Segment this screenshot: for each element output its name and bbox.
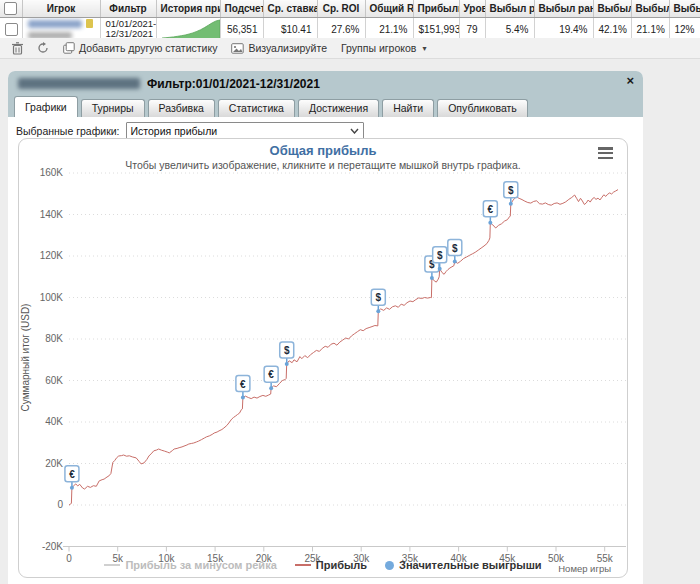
player-stats-table: Игрок Фильтр История прибы Подсчет Ср. с…	[0, 0, 700, 41]
select-all-cell	[0, 0, 22, 18]
delete-button[interactable]	[12, 42, 23, 55]
significant-win-markers: €€€$$$$$€$	[65, 182, 518, 490]
svg-text:140K: 140K	[40, 209, 64, 220]
app-window: Игрок Фильтр История прибы Подсчет Ср. с…	[0, 0, 700, 584]
refresh-button[interactable]	[37, 42, 49, 54]
svg-text:100K: 100K	[40, 292, 64, 303]
svg-text:€: €	[488, 204, 494, 215]
tab-publish[interactable]: Опубликовать	[437, 99, 528, 117]
col-header-out-mid2[interactable]: Выбыл	[631, 0, 669, 18]
tab-tournaments[interactable]: Турниры	[81, 99, 145, 117]
tab-find[interactable]: Найти	[382, 99, 434, 117]
col-header-profit[interactable]: Прибыль	[413, 0, 459, 18]
y-axis-title: Суммарный итог (USD)	[20, 288, 31, 428]
legend-dot-swatch-blue	[385, 561, 394, 570]
profit-chart-card: 160K140K120K100K80K60K40K20K0-20K05k10k1…	[18, 138, 628, 578]
svg-text:$: $	[437, 250, 443, 261]
col-header-total-roi[interactable]: Общий ROI	[365, 0, 413, 18]
gridlines	[69, 173, 626, 547]
col-header-level[interactable]: Уровн	[459, 0, 485, 18]
svg-text:€: €	[268, 369, 274, 380]
chart-menu-button[interactable]	[598, 147, 613, 159]
player-flag-icon	[86, 19, 93, 28]
legend-item-profit[interactable]: Прибыль	[295, 559, 367, 571]
profit-chart-plot[interactable]: 160K140K120K100K80K60K40K20K0-20K05k10k1…	[19, 139, 627, 577]
svg-text:$: $	[284, 345, 290, 356]
close-icon[interactable]: ×	[626, 74, 634, 87]
legend-item-significant-wins[interactable]: Значительные выигрыши	[385, 559, 542, 571]
trash-icon	[12, 42, 23, 55]
svg-text:€: €	[240, 379, 246, 390]
sparkline-area	[162, 20, 220, 39]
svg-text:80K: 80K	[45, 333, 63, 344]
svg-text:120K: 120K	[40, 250, 64, 261]
tab-breakdown[interactable]: Разбивка	[148, 99, 215, 117]
svg-text:40K: 40K	[45, 416, 63, 427]
visualize-button[interactable]: Визуализируйте	[231, 42, 327, 54]
graphs-select-value: История прибыли	[131, 125, 218, 137]
col-header-out-mid1[interactable]: Выбыл	[593, 0, 631, 18]
panel-player-name-redacted	[18, 78, 140, 89]
legend-line-swatch-red	[295, 564, 311, 566]
svg-text:€: €	[69, 469, 75, 480]
chart-subtitle: Чтобы увеличить изображение, кликните и …	[19, 159, 627, 171]
col-header-profit-history[interactable]: История прибы	[156, 0, 220, 18]
graphs-select-label: Выбранные графики:	[16, 125, 120, 137]
panel-filter-title: Фильтр:01/01/2021-12/31/2021	[147, 77, 320, 91]
select-all-checkbox[interactable]	[4, 2, 17, 15]
col-header-count[interactable]: Подсчет	[220, 0, 263, 18]
graph-select-row: Выбранные графики: История прибыли	[8, 117, 643, 139]
add-stat-button[interactable]: Добавить другую статистику	[63, 42, 217, 54]
add-copy-icon	[63, 42, 75, 54]
svg-text:0: 0	[57, 499, 63, 510]
chart-title: Общая прибыль	[19, 143, 627, 158]
table-header-row: Игрок Фильтр История прибы Подсчет Ср. с…	[0, 0, 700, 18]
chevron-down-icon: ▾	[422, 44, 426, 53]
image-icon	[231, 43, 244, 54]
add-stat-label: Добавить другую статистику	[79, 42, 217, 54]
player-groups-button[interactable]: Группы игроков ▾	[341, 42, 426, 54]
table-toolbar: Добавить другую статистику Визуализируйт…	[0, 38, 700, 59]
tab-statistics[interactable]: Статистика	[218, 99, 295, 117]
player-detail-panel: Фильтр:01/01/2021-12/31/2021 × Графики Т…	[8, 71, 643, 584]
svg-text:60K: 60K	[45, 375, 63, 386]
svg-text:$: $	[452, 243, 458, 254]
col-header-filter[interactable]: Фильтр	[100, 0, 156, 18]
select-chevron-icon	[350, 128, 359, 134]
col-header-out-early1[interactable]: Выбыл ран	[485, 0, 534, 18]
refresh-icon	[37, 42, 49, 54]
legend-line-swatch-gray	[104, 564, 120, 566]
chart-legend: Прибыль за минусом рейка Прибыль Значите…	[19, 559, 627, 571]
col-header-player[interactable]: Игрок	[22, 0, 100, 18]
panel-header: Фильтр:01/01/2021-12/31/2021 ×	[8, 71, 643, 96]
panel-tabs: Графики Турниры Разбивка Статистика Дост…	[8, 96, 643, 117]
profit-line-series	[69, 190, 618, 505]
row-checkbox[interactable]	[5, 23, 18, 36]
axis-ticks-labels: 160K140K120K100K80K60K40K20K0-20K05k10k1…	[40, 167, 626, 564]
svg-text:20K: 20K	[45, 458, 63, 469]
col-header-avg-stake[interactable]: Ср. ставка	[263, 0, 317, 18]
graphs-select[interactable]: История прибыли	[126, 122, 364, 139]
svg-text:$: $	[508, 185, 514, 196]
player-name-redacted	[28, 20, 82, 28]
svg-text:-20K: -20K	[42, 541, 63, 552]
col-header-out-late[interactable]: Выбыл поз	[669, 0, 700, 18]
col-header-out-early2[interactable]: Выбыл рано/	[534, 0, 593, 18]
profit-sparkline	[162, 19, 220, 39]
visualize-label: Визуализируйте	[248, 42, 327, 54]
player-groups-label: Группы игроков	[341, 42, 416, 54]
col-header-avg-roi[interactable]: Ср. ROI	[317, 0, 365, 18]
svg-text:$: $	[376, 292, 382, 303]
legend-item-rake-adjusted[interactable]: Прибыль за минусом рейка	[104, 559, 276, 571]
tab-achievements[interactable]: Достижения	[298, 99, 379, 117]
tab-graphs[interactable]: Графики	[14, 96, 78, 117]
